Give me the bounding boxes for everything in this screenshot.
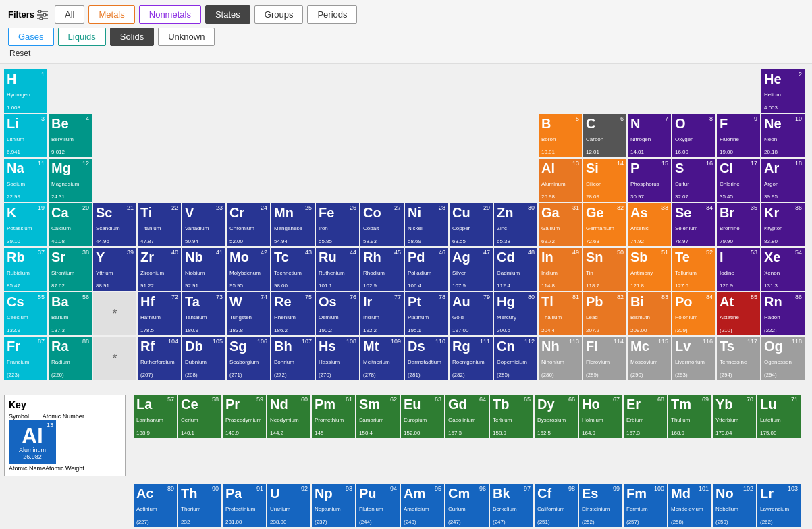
element-ds[interactable]: 110DsDarmstadtium(281) — [405, 337, 448, 380]
element-bk[interactable]: 97BkBerkelium(247) — [490, 484, 533, 527]
element-ag[interactable]: 47AgSilver107.9 — [450, 248, 493, 291]
element-al[interactable]: 13AlAluminum26.98 — [539, 159, 582, 202]
element-tc[interactable]: 43TcTechnetium98.00 — [271, 248, 315, 291]
element-pu[interactable]: 94PuPlutonium(244) — [356, 484, 400, 527]
element-tl[interactable]: 81TlThallium204.4 — [539, 292, 582, 335]
element-mg[interactable]: 12MgMagnesium24.31 — [49, 159, 92, 202]
filter-metals-button[interactable]: Metals — [88, 5, 134, 24]
element-ni[interactable]: 28NiNickel58.69 — [405, 203, 448, 246]
element-mt[interactable]: 109MtMeitnerium(278) — [360, 337, 404, 380]
element-be[interactable]: 4BeBeryllium9.012 — [49, 114, 92, 157]
element-ca[interactable]: 20CaCalcium40.08 — [49, 203, 92, 246]
element-rf[interactable]: 104RfRutherfordium(267) — [138, 337, 181, 380]
filter-gases-button[interactable]: Gases — [8, 28, 54, 46]
element-li[interactable]: 3LiLithium6.941 — [4, 114, 47, 157]
element-pt[interactable]: 78PtPlatinum195.1 — [405, 292, 448, 335]
element-mc[interactable]: 115McMoscovium(290) — [628, 337, 671, 380]
element-o[interactable]: 8OOxygen16.00 — [672, 114, 715, 157]
element-bh[interactable]: 107BhBohrium(272) — [271, 337, 315, 380]
element-f[interactable]: 9FFluorine19.00 — [717, 114, 760, 157]
element-se[interactable]: 34SeSelenium78.97 — [672, 203, 715, 246]
element-c[interactable]: 6CCarbon12.01 — [583, 114, 626, 157]
element-rb[interactable]: 37RbRubidium85.47 — [4, 248, 47, 291]
element-sr[interactable]: 38SrStrontium87.62 — [49, 248, 92, 291]
element-rg[interactable]: 111RgRoentgenium(282) — [450, 337, 493, 380]
element-n[interactable]: 7NNitrogen14.01 — [628, 114, 671, 157]
element-h[interactable]: 1HHydrogen1.008 — [4, 69, 47, 113]
element-sc[interactable]: 21ScScandium44.96 — [93, 203, 136, 246]
element-fl[interactable]: 114FlFlerovium(289) — [583, 337, 626, 380]
element-he[interactable]: 2HeHelium4.003 — [761, 69, 805, 113]
element-nd[interactable]: 60NdNeodymium144.2 — [267, 395, 310, 438]
element-kr[interactable]: 36KrKrypton83.80 — [761, 203, 805, 246]
filter-nonmetals-button[interactable]: Nonmetals — [139, 5, 201, 24]
element-hf[interactable]: 72HfHafnium178.5 — [138, 292, 181, 335]
element-ce[interactable]: 58CeCerium140.1 — [178, 395, 221, 438]
element-b[interactable]: 5BBoron10.81 — [539, 114, 582, 157]
element-br[interactable]: 35BrBromine79.90 — [717, 203, 760, 246]
element-fm[interactable]: 100FmFermium(257) — [624, 484, 667, 527]
element-u[interactable]: 92UUranium238.00 — [267, 484, 310, 527]
element-og[interactable]: 118OgOganesson(294) — [761, 337, 805, 380]
element-in[interactable]: 49InIndium114.8 — [539, 248, 582, 291]
filter-periods-button[interactable]: Periods — [307, 5, 357, 24]
element-am[interactable]: 95AmAmericium(243) — [401, 484, 444, 527]
element-at[interactable]: 85AtAstatine(210) — [717, 292, 760, 335]
element-po[interactable]: 84PoPolonium(209) — [672, 292, 715, 335]
element-th[interactable]: 90ThThorium232 — [178, 484, 221, 527]
element-la[interactable]: 57LaLanthanum138.9 — [134, 395, 177, 438]
element-ac[interactable]: 89AcActinium(227) — [134, 484, 177, 527]
element-co[interactable]: 27CoCobalt58.93 — [360, 203, 404, 246]
element-rh[interactable]: 45RhRhodium102.9 — [360, 248, 404, 291]
element-ir[interactable]: 77IrIridium192.2 — [360, 292, 404, 335]
element-yb[interactable]: 70YbYtterbium173.04 — [713, 395, 756, 438]
element-bi[interactable]: 83BiBismuth209.00 — [628, 292, 671, 335]
element-cr[interactable]: 24CrChromium52.00 — [227, 203, 270, 246]
filter-liquids-button[interactable]: Liquids — [58, 28, 106, 46]
element-te[interactable]: 52TeTellurium127.6 — [672, 248, 715, 291]
element-tb[interactable]: 65TbTerbium158.9 — [490, 395, 533, 438]
element-md[interactable]: 101MdMendelevium(258) — [668, 484, 711, 527]
element-ru[interactable]: 44RuRuthenium101.1 — [316, 248, 359, 291]
element-pb[interactable]: 82PbLead207.2 — [583, 292, 626, 335]
element-lv[interactable]: 116LvLivermorium(293) — [672, 337, 715, 380]
element-cm[interactable]: 96CmCurium(247) — [445, 484, 489, 527]
element-ar[interactable]: 18ArArgon39.95 — [761, 159, 805, 202]
element-eu[interactable]: 63EuEuropium152.00 — [401, 395, 444, 438]
element-pm[interactable]: 61PmPromethium145 — [312, 395, 355, 438]
element-rn[interactable]: 86RnRadon(222) — [761, 292, 805, 335]
element-p[interactable]: 15PPhosphorus30.97 — [628, 159, 671, 202]
element-na[interactable]: 11NaSodium22.99 — [4, 159, 47, 202]
filter-unknown-button[interactable]: Unknown — [158, 28, 215, 46]
element-cs[interactable]: 55CsCaesium132.9 — [4, 292, 47, 335]
element-es[interactable]: 99EsEinsteinium(252) — [579, 484, 622, 527]
element-sm[interactable]: 62SmSamarium150.4 — [356, 395, 400, 438]
element-si[interactable]: 14SiSilicon28.09 — [583, 159, 626, 202]
element-er[interactable]: 68ErErbium167.3 — [624, 395, 667, 438]
element-lr[interactable]: 103LrLawrencium(262) — [757, 484, 801, 527]
element-db[interactable]: 105DbDubnium(268) — [182, 337, 225, 380]
element-nb[interactable]: 41NbNiobium92.91 — [182, 248, 225, 291]
element-dy[interactable]: 66DyDysprosium162.5 — [535, 395, 578, 438]
filter-states-button[interactable]: States — [205, 5, 250, 24]
element-hs[interactable]: 108HsHassium(270) — [316, 337, 359, 380]
element-cu[interactable]: 29CuCopper63.55 — [450, 203, 493, 246]
reset-link[interactable]: Reset — [9, 49, 30, 58]
element-mn[interactable]: 25MnManganese54.94 — [271, 203, 315, 246]
element-ne[interactable]: 10NeNeon20.18 — [761, 114, 805, 157]
element-nh[interactable]: 113NhNihonium(286) — [539, 337, 582, 380]
element-ge[interactable]: 32GeGermanium72.63 — [583, 203, 626, 246]
element-sb[interactable]: 51SbAntimony121.8 — [628, 248, 671, 291]
element-sg[interactable]: 106SgSeaborgium(271) — [227, 337, 270, 380]
filter-groups-button[interactable]: Groups — [254, 5, 304, 24]
element-fe[interactable]: 26FeIron55.85 — [316, 203, 359, 246]
element-re[interactable]: 75ReRhenium186.2 — [271, 292, 315, 335]
element-v[interactable]: 23VVanadium50.94 — [182, 203, 225, 246]
element-as[interactable]: 33AsArsenic74.92 — [628, 203, 671, 246]
element-ts[interactable]: 117TsTennessine(294) — [717, 337, 760, 380]
filter-solids-button[interactable]: Solids — [110, 28, 154, 46]
element-ta[interactable]: 73TaTantalum180.9 — [182, 292, 225, 335]
element-hg[interactable]: 80HgMercury200.6 — [494, 292, 537, 335]
element-pd[interactable]: 46PdPalladium106.4 — [405, 248, 448, 291]
element-cl[interactable]: 17ClChlorine35.45 — [717, 159, 760, 202]
